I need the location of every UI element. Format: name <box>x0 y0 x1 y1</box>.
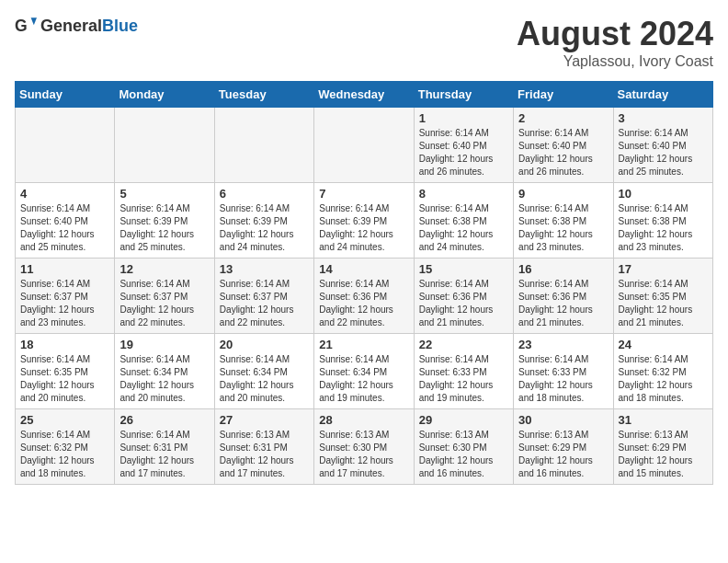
day-info: Sunrise: 6:14 AM Sunset: 6:38 PM Dayligh… <box>419 202 508 254</box>
day-number: 29 <box>419 413 508 427</box>
day-number: 22 <box>419 338 508 351</box>
calendar-header: SundayMondayTuesdayWednesdayThursdayFrid… <box>16 82 713 108</box>
day-number: 6 <box>220 187 309 201</box>
day-info: Sunrise: 6:14 AM Sunset: 6:32 PM Dayligh… <box>20 429 109 480</box>
day-info: Sunrise: 6:14 AM Sunset: 6:40 PM Dayligh… <box>619 127 708 178</box>
day-info: Sunrise: 6:14 AM Sunset: 6:34 PM Dayligh… <box>220 353 309 405</box>
day-info: Sunrise: 6:14 AM Sunset: 6:40 PM Dayligh… <box>20 202 109 254</box>
day-number: 3 <box>619 111 708 125</box>
day-number: 7 <box>319 187 408 201</box>
calendar-table: SundayMondayTuesdayWednesdayThursdayFrid… <box>15 81 713 485</box>
calendar-cell: 27Sunrise: 6:13 AM Sunset: 6:31 PM Dayli… <box>214 409 313 485</box>
day-info: Sunrise: 6:13 AM Sunset: 6:31 PM Dayligh… <box>220 429 309 480</box>
logo-text-blue: Blue <box>102 17 138 35</box>
day-number: 28 <box>319 413 408 427</box>
day-number: 24 <box>619 338 708 351</box>
day-number: 17 <box>619 262 708 276</box>
calendar-cell: 26Sunrise: 6:14 AM Sunset: 6:31 PM Dayli… <box>115 409 214 485</box>
day-header-wednesday: Wednesday <box>314 82 414 108</box>
day-number: 14 <box>319 262 408 276</box>
day-info: Sunrise: 6:14 AM Sunset: 6:37 PM Dayligh… <box>220 278 309 329</box>
day-header-monday: Monday <box>115 82 214 108</box>
logo: G GeneralBlue <box>15 15 138 37</box>
day-number: 19 <box>119 338 209 351</box>
day-header-saturday: Saturday <box>613 82 712 108</box>
calendar-week-row: 18Sunrise: 6:14 AM Sunset: 6:35 PM Dayli… <box>16 334 713 409</box>
day-info: Sunrise: 6:14 AM Sunset: 6:35 PM Dayligh… <box>619 278 708 329</box>
calendar-cell: 5Sunrise: 6:14 AM Sunset: 6:39 PM Daylig… <box>115 183 214 259</box>
day-info: Sunrise: 6:14 AM Sunset: 6:36 PM Dayligh… <box>518 278 608 329</box>
day-info: Sunrise: 6:14 AM Sunset: 6:33 PM Dayligh… <box>518 353 608 405</box>
logo-icon: G <box>15 15 37 37</box>
calendar-cell: 7Sunrise: 6:14 AM Sunset: 6:39 PM Daylig… <box>314 183 414 259</box>
calendar-cell: 8Sunrise: 6:14 AM Sunset: 6:38 PM Daylig… <box>414 183 513 259</box>
day-header-friday: Friday <box>514 82 613 108</box>
day-info: Sunrise: 6:14 AM Sunset: 6:37 PM Dayligh… <box>20 278 109 329</box>
calendar-cell: 24Sunrise: 6:14 AM Sunset: 6:32 PM Dayli… <box>613 334 712 409</box>
day-header-tuesday: Tuesday <box>214 82 313 108</box>
day-number: 12 <box>119 262 209 276</box>
day-info: Sunrise: 6:14 AM Sunset: 6:34 PM Dayligh… <box>119 353 209 405</box>
title-area: August 2024 Yaplassou, Ivory Coast <box>517 15 713 70</box>
calendar-cell <box>16 108 115 183</box>
calendar-week-row: 1Sunrise: 6:14 AM Sunset: 6:40 PM Daylig… <box>16 108 713 183</box>
day-number: 10 <box>619 187 708 201</box>
day-number: 4 <box>20 187 109 201</box>
day-number: 5 <box>119 187 209 201</box>
calendar-cell: 28Sunrise: 6:13 AM Sunset: 6:30 PM Dayli… <box>314 409 414 485</box>
calendar-cell: 9Sunrise: 6:14 AM Sunset: 6:38 PM Daylig… <box>514 183 613 259</box>
calendar-cell <box>314 108 414 183</box>
day-number: 8 <box>419 187 508 201</box>
day-info: Sunrise: 6:14 AM Sunset: 6:39 PM Dayligh… <box>119 202 209 254</box>
calendar-cell: 23Sunrise: 6:14 AM Sunset: 6:33 PM Dayli… <box>514 334 613 409</box>
calendar-cell: 18Sunrise: 6:14 AM Sunset: 6:35 PM Dayli… <box>16 334 115 409</box>
day-info: Sunrise: 6:14 AM Sunset: 6:33 PM Dayligh… <box>419 353 508 405</box>
day-info: Sunrise: 6:14 AM Sunset: 6:32 PM Dayligh… <box>619 353 708 405</box>
day-number: 18 <box>20 338 109 351</box>
calendar-cell: 6Sunrise: 6:14 AM Sunset: 6:39 PM Daylig… <box>214 183 313 259</box>
day-number: 31 <box>619 413 708 427</box>
day-info: Sunrise: 6:14 AM Sunset: 6:38 PM Dayligh… <box>619 202 708 254</box>
calendar-cell: 1Sunrise: 6:14 AM Sunset: 6:40 PM Daylig… <box>414 108 513 183</box>
page-header: G GeneralBlue August 2024 Yaplassou, Ivo… <box>15 15 713 70</box>
day-number: 9 <box>518 187 608 201</box>
day-info: Sunrise: 6:14 AM Sunset: 6:37 PM Dayligh… <box>119 278 209 329</box>
day-info: Sunrise: 6:14 AM Sunset: 6:40 PM Dayligh… <box>518 127 608 178</box>
day-number: 13 <box>220 262 309 276</box>
calendar-week-row: 4Sunrise: 6:14 AM Sunset: 6:40 PM Daylig… <box>16 183 713 259</box>
svg-marker-1 <box>31 17 37 25</box>
day-info: Sunrise: 6:14 AM Sunset: 6:31 PM Dayligh… <box>119 429 209 480</box>
calendar-week-row: 11Sunrise: 6:14 AM Sunset: 6:37 PM Dayli… <box>16 259 713 334</box>
calendar-cell: 22Sunrise: 6:14 AM Sunset: 6:33 PM Dayli… <box>414 334 513 409</box>
day-info: Sunrise: 6:14 AM Sunset: 6:35 PM Dayligh… <box>20 353 109 405</box>
day-info: Sunrise: 6:13 AM Sunset: 6:30 PM Dayligh… <box>319 429 408 480</box>
day-header-thursday: Thursday <box>414 82 513 108</box>
day-number: 27 <box>220 413 309 427</box>
day-number: 26 <box>119 413 209 427</box>
calendar-title: August 2024 <box>517 15 713 53</box>
svg-text:G: G <box>15 17 28 35</box>
calendar-cell: 25Sunrise: 6:14 AM Sunset: 6:32 PM Dayli… <box>16 409 115 485</box>
day-info: Sunrise: 6:13 AM Sunset: 6:30 PM Dayligh… <box>419 429 508 480</box>
day-number: 2 <box>518 111 608 125</box>
day-info: Sunrise: 6:14 AM Sunset: 6:39 PM Dayligh… <box>220 202 309 254</box>
logo-text-general: General <box>40 17 102 35</box>
calendar-cell: 19Sunrise: 6:14 AM Sunset: 6:34 PM Dayli… <box>115 334 214 409</box>
calendar-cell: 16Sunrise: 6:14 AM Sunset: 6:36 PM Dayli… <box>514 259 613 334</box>
calendar-cell <box>214 108 313 183</box>
day-number: 23 <box>518 338 608 351</box>
calendar-cell: 12Sunrise: 6:14 AM Sunset: 6:37 PM Dayli… <box>115 259 214 334</box>
calendar-week-row: 25Sunrise: 6:14 AM Sunset: 6:32 PM Dayli… <box>16 409 713 485</box>
calendar-cell: 20Sunrise: 6:14 AM Sunset: 6:34 PM Dayli… <box>214 334 313 409</box>
day-header-row: SundayMondayTuesdayWednesdayThursdayFrid… <box>16 82 713 108</box>
day-number: 20 <box>220 338 309 351</box>
calendar-body: 1Sunrise: 6:14 AM Sunset: 6:40 PM Daylig… <box>16 108 713 485</box>
calendar-cell: 3Sunrise: 6:14 AM Sunset: 6:40 PM Daylig… <box>613 108 712 183</box>
day-header-sunday: Sunday <box>16 82 115 108</box>
day-number: 21 <box>319 338 408 351</box>
calendar-cell: 10Sunrise: 6:14 AM Sunset: 6:38 PM Dayli… <box>613 183 712 259</box>
day-info: Sunrise: 6:14 AM Sunset: 6:39 PM Dayligh… <box>319 202 408 254</box>
calendar-cell: 29Sunrise: 6:13 AM Sunset: 6:30 PM Dayli… <box>414 409 513 485</box>
calendar-cell: 31Sunrise: 6:13 AM Sunset: 6:29 PM Dayli… <box>613 409 712 485</box>
calendar-cell <box>115 108 214 183</box>
